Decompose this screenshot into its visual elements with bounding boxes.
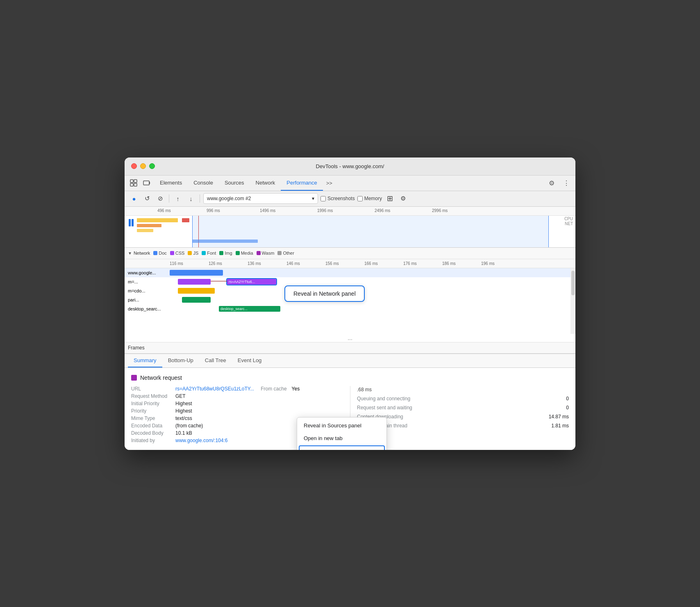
window-title: DevTools - www.google.com/ <box>316 163 384 169</box>
bar-container-mcdo <box>170 288 575 294</box>
maximize-button[interactable] <box>149 163 155 169</box>
reload-button[interactable]: ↺ <box>142 193 152 204</box>
tab-bottom-up[interactable]: Bottom-Up <box>162 354 199 367</box>
tab-bar: Elements Console Sources Network Perform… <box>125 176 575 191</box>
nbar-google <box>170 270 223 276</box>
timing-row-3: Waiting on main thread 1.81 ms <box>357 422 569 429</box>
timing-row-1: Request sent and waiting 0 <box>357 404 569 411</box>
doc-color <box>153 251 157 255</box>
tab-event-log[interactable]: Event Log <box>232 354 268 367</box>
mime-type-value: text/css <box>175 415 192 421</box>
network-row-m1[interactable]: m=... rs=AA2YrTtu6... <box>125 277 575 286</box>
close-button[interactable] <box>131 163 137 169</box>
nbar-desktop: desktop_searc... <box>219 306 280 312</box>
url-selector[interactable]: www.google.com #2 ▾ <box>203 193 318 204</box>
initial-priority-label: Initial Priority <box>131 401 172 406</box>
nbar-rs[interactable]: rs=AA2YrTtu6... <box>227 279 276 285</box>
scrollbar[interactable] <box>570 268 575 334</box>
timeline-area: 496 ms 996 ms 1496 ms 1996 ms 2496 ms 29… <box>125 207 575 248</box>
mime-type-label: Mime Type <box>131 415 172 421</box>
other-color <box>277 251 282 255</box>
timing-row-0: Queuing and connecting 0 <box>357 395 569 402</box>
network-section: ▼ Network Doc CSS JS Font Img <box>125 248 575 354</box>
tab-call-tree[interactable]: Call Tree <box>199 354 232 367</box>
record-button[interactable]: ● <box>129 193 139 204</box>
font-color <box>202 251 206 255</box>
timing-row-2: Content downloading 14.87 ms <box>357 413 569 420</box>
frames-row: Frames <box>125 342 575 354</box>
network-text: Network <box>134 251 150 256</box>
js-label: JS <box>193 251 198 256</box>
ctx-reveal-sources[interactable]: Reveal in Sources panel <box>297 419 386 432</box>
timing-value-2: 14.87 ms <box>549 414 569 420</box>
settings-icon[interactable]: ⚙ <box>546 177 557 189</box>
initial-priority-row: Initial Priority Highest <box>131 401 350 406</box>
devtools-window: DevTools - www.google.com/ Elements Cons… <box>125 157 575 450</box>
svg-rect-0 <box>130 180 133 183</box>
cpu-label: CPU <box>564 217 573 221</box>
memory-checkbox[interactable] <box>357 196 363 201</box>
row-label-desktop: desktop_searc... <box>125 306 178 311</box>
timeline-ruler: 496 ms 996 ms 1496 ms 1996 ms 2496 ms 29… <box>125 207 575 216</box>
network-request-icon <box>131 375 137 381</box>
timing-value-1: 0 <box>566 405 569 411</box>
initiated-by-link[interactable]: www.google.com/:104:6 <box>175 438 227 443</box>
dropdown-arrow[interactable]: ▾ <box>312 196 314 201</box>
context-menu: Reveal in Sources panel Open in new tab … <box>297 417 387 450</box>
url-label: URL <box>131 386 172 392</box>
tab-summary[interactable]: Summary <box>128 354 162 367</box>
minimize-button[interactable] <box>140 163 146 169</box>
more-tabs-button[interactable]: >> <box>323 180 336 186</box>
clear-button[interactable]: ⊘ <box>155 193 166 204</box>
title-bar: DevTools - www.google.com/ <box>125 157 575 176</box>
network-row-desktop[interactable]: desktop_searc... desktop_searc... <box>125 304 575 313</box>
screenshots-checkbox[interactable] <box>320 196 326 201</box>
performance-settings-icon[interactable]: ⚙ <box>398 193 408 204</box>
ctx-reveal-network[interactable]: Reveal in Network panel <box>299 445 385 450</box>
performance-toolbar: ● ↺ ⊘ ↑ ↓ www.google.com #2 ▾ Screenshot… <box>125 191 575 207</box>
toolbar-divider-2 <box>200 194 200 203</box>
legend-css: CSS <box>170 251 185 256</box>
tab-elements[interactable]: Elements <box>154 175 188 191</box>
tab-console[interactable]: Console <box>188 175 219 191</box>
ruler-mark-3: 1496 ms <box>260 208 275 213</box>
legend-font: Font <box>202 251 216 256</box>
summary-content: Network request URL rs=AA2YrTtu68wU8rQSE… <box>125 368 575 450</box>
connector-line <box>211 281 227 281</box>
network-rows: www.google... m=... rs=AA2YrTtu6... m=cd… <box>125 268 575 334</box>
wasm-label: Wasm <box>262 251 275 256</box>
bar-container-desktop: desktop_searc... <box>178 306 575 312</box>
img-label: Img <box>225 251 232 256</box>
ctx-open-new-tab[interactable]: Open in new tab <box>297 432 386 445</box>
devtools-inspect-icon[interactable] <box>128 177 139 189</box>
network-header: ▼ Network Doc CSS JS Font Img <box>125 248 575 259</box>
other-label: Other <box>283 251 294 256</box>
network-row-google[interactable]: www.google... <box>125 268 575 277</box>
tab-performance[interactable]: Performance <box>281 175 323 191</box>
nbar-mcdo <box>178 288 215 294</box>
img-color <box>219 251 223 255</box>
nbar-m1 <box>178 279 211 285</box>
initiated-by-label: Initiated by <box>131 438 172 443</box>
net-label: NET <box>565 221 573 226</box>
js-color <box>188 251 192 255</box>
nbar-pari <box>182 297 211 303</box>
scrollbar-thumb[interactable] <box>571 271 575 295</box>
url-link[interactable]: rs=AA2YrTtu68wU8rQSEu1zLoTY... <box>175 386 254 392</box>
tab-sources[interactable]: Sources <box>219 175 250 191</box>
memory-icon[interactable]: ⊞ <box>384 193 395 204</box>
more-options-icon[interactable]: ⋮ <box>561 177 572 189</box>
priority-value: Highest <box>175 408 192 414</box>
selection-range <box>192 216 549 248</box>
upload-button[interactable]: ↑ <box>173 193 183 204</box>
nruler-6: 176 ms <box>403 261 417 266</box>
responsive-icon[interactable] <box>141 177 152 189</box>
ruler-mark-2: 996 ms <box>207 208 220 213</box>
timing-value-0: 0 <box>566 396 569 402</box>
tab-network[interactable]: Network <box>250 175 281 191</box>
css-label: CSS <box>175 251 185 256</box>
decoded-body-value: 10.1 kB <box>175 430 192 436</box>
ruler-mark-5: 2496 ms <box>375 208 390 213</box>
svg-rect-1 <box>130 183 133 186</box>
download-button[interactable]: ↓ <box>186 193 196 204</box>
